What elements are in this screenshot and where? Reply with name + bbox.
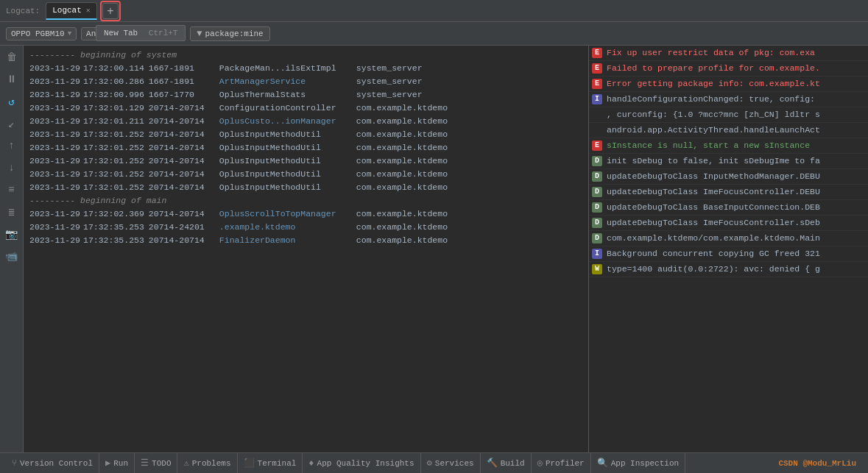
log-message: Background concurrent copying GC freed 3… xyxy=(607,247,820,260)
app-inspection-item[interactable]: 🔍 App Inspection xyxy=(591,453,685,473)
level-badge-d: D xyxy=(592,202,602,213)
profiler-item[interactable]: ◎ Profiler xyxy=(532,453,591,473)
table-row: 2023-11-29 17:32:02.369 20714-20714 Oplu… xyxy=(24,207,588,221)
main-area: 🗑 ⏸ ↺ ↙ ↑ ↓ ≡ ≣ 📷 📹 --------- beginning … xyxy=(0,46,868,452)
table-row: 2023-11-29 17:32:01.252 20714-20714 Oplu… xyxy=(24,168,588,181)
log-message: , curconfig: {1.0 ?mcc?mnc [zh_CN] ldltr… xyxy=(607,108,820,121)
level-badge-d: D xyxy=(592,171,602,182)
chevron-down-icon: ▼ xyxy=(68,30,71,38)
restart-icon[interactable]: ↺ xyxy=(4,94,19,109)
level-badge-empty xyxy=(592,125,602,135)
level-badge-d: D xyxy=(592,156,602,166)
close-tab-icon[interactable]: ✕ xyxy=(86,6,91,15)
table-row: 2023-11-29 17:32:00.286 1667-1891 ArtMan… xyxy=(24,75,588,88)
level-badge-e: E xyxy=(592,141,602,151)
log-message: android.app.ActivityThread.handleLaunchA… xyxy=(607,124,820,137)
run-label: Run xyxy=(113,459,128,468)
log-message: Failed to prepare profile for com.exampl… xyxy=(607,62,820,75)
table-row: 2023-11-29 17:32:35.253 20714-24201 .exa… xyxy=(24,221,588,234)
log-message: Error getting package info: com.example.… xyxy=(607,77,820,90)
log-message: handleConfigurationChanged: true, config… xyxy=(607,93,815,106)
build-label: Build xyxy=(501,459,525,468)
app-quality-item[interactable]: ♦ App Quality Insights xyxy=(303,453,420,473)
table-row: 2023-11-29 17:32:01.252 20714-20714 Oplu… xyxy=(24,141,588,154)
log-entry: D init sDebug to false, init sDebugIme t… xyxy=(589,154,868,169)
level-badge-d: D xyxy=(592,187,602,197)
todo-item[interactable]: ☰ TODO xyxy=(135,453,177,473)
version-control-item[interactable]: ⑂ Version Control xyxy=(6,453,99,473)
video-icon[interactable]: 📹 xyxy=(4,249,19,263)
log-message: updateDebugToClass ImeFocusController.DE… xyxy=(607,185,820,199)
log-entry: W type=1400 audit(0.0:2722): avc: denied… xyxy=(589,262,868,277)
log-message: updateDebugToClass ImeFocusController.sD… xyxy=(607,216,820,230)
separator-main: --------- beginning of main xyxy=(24,194,588,207)
log-entry: I Background concurrent copying GC freed… xyxy=(589,246,868,262)
services-icon: ⚙ xyxy=(427,458,432,469)
right-text: CSDN @Modu_MrLiu xyxy=(778,459,862,468)
tab-logcat-label: Logcat xyxy=(52,6,82,15)
clear-logcat-icon[interactable]: 🗑 xyxy=(4,50,19,65)
tab-bar: Logcat: Logcat ✕ + xyxy=(0,0,868,22)
pause-icon[interactable]: ⏸ xyxy=(4,72,19,87)
todo-icon: ☰ xyxy=(141,458,149,469)
device-selector[interactable]: OPPO PGBM10 ▼ xyxy=(6,27,77,40)
todo-label: TODO xyxy=(152,459,171,468)
log-entry: android.app.ActivityThread.handleLaunchA… xyxy=(589,123,868,138)
version-control-label: Version Control xyxy=(20,459,93,468)
build-icon: 🔨 xyxy=(487,458,498,469)
build-item[interactable]: 🔨 Build xyxy=(481,453,532,473)
status-bar: ⑂ Version Control ▶ Run ☰ TODO ⚠ Problem… xyxy=(0,452,868,473)
log-entry: E Error getting package info: com.exampl… xyxy=(589,77,868,92)
device-name: OPPO PGBM10 xyxy=(11,29,65,38)
tab-logcat[interactable]: Logcat ✕ xyxy=(46,2,97,20)
filter-list-icon[interactable]: ≡ xyxy=(4,182,19,197)
separator-system: --------- beginning of system xyxy=(24,49,588,62)
log-entry: D updateDebugToClass ImeFocusController.… xyxy=(589,185,868,200)
filter-box[interactable]: ▼ package:mine xyxy=(190,26,269,41)
format-icon[interactable]: ≣ xyxy=(4,205,19,219)
log-message: init sDebug to false, init sDebugIme to … xyxy=(607,154,820,168)
log-message: updateDebugToClass BaseInputConnection.D… xyxy=(607,201,820,214)
log-entry: D com.example.ktdemo/com.example.ktdemo.… xyxy=(589,231,868,246)
log-entry: E sInstance is null, start a new sInstan… xyxy=(589,138,868,154)
run-item[interactable]: ▶ Run xyxy=(99,453,135,473)
table-row: 2023-11-29 17:32:01.252 20714-20714 Oplu… xyxy=(24,154,588,168)
filter-icon: ▼ xyxy=(197,29,202,39)
level-badge-d: D xyxy=(592,218,602,228)
new-tab-button[interactable]: + xyxy=(102,3,119,19)
log-entry: , curconfig: {1.0 ?mcc?mnc [zh_CN] ldltr… xyxy=(589,107,868,123)
camera-icon[interactable]: 📷 xyxy=(4,227,19,241)
table-row: 2023-11-29 17:32:01.211 20714-20714 Oplu… xyxy=(24,115,588,128)
table-row: 2023-11-29 17:32:00.996 1667-1770 OplusT… xyxy=(24,88,588,102)
services-item[interactable]: ⚙ Services xyxy=(421,453,481,473)
profiler-label: Profiler xyxy=(546,459,585,468)
log-message: Fix up user restrict data of pkg: com.ex… xyxy=(607,46,815,60)
table-row: 2023-11-29 17:32:01.252 20714-20714 Oplu… xyxy=(24,128,588,141)
log-entry: D updateDebugToClass InputMethodManager.… xyxy=(589,169,868,185)
log-entry: D updateDebugToClass BaseInputConnection… xyxy=(589,200,868,216)
level-badge-e: E xyxy=(592,79,602,89)
log-message: updateDebugToClass InputMethodManager.DE… xyxy=(607,170,820,183)
services-label: Services xyxy=(435,459,474,468)
level-badge-w: W xyxy=(592,264,602,274)
log-message: com.example.ktdemo/com.example.ktdemo.Ma… xyxy=(607,232,820,245)
tooltip-text: New Tab xyxy=(104,29,138,38)
terminal-item[interactable]: ⬛ Terminal xyxy=(238,453,303,473)
terminal-label: Terminal xyxy=(258,459,297,468)
run-icon: ▶ xyxy=(105,458,110,469)
problems-item[interactable]: ⚠ Problems xyxy=(177,453,237,473)
app-inspection-icon: 🔍 xyxy=(597,458,608,469)
scroll-up-icon[interactable]: ↑ xyxy=(4,138,19,153)
scroll-down-icon[interactable]: ↓ xyxy=(4,160,19,175)
right-panel: E Fix up user restrict data of pkg: com.… xyxy=(588,46,868,452)
tab-prefix: Logcat: xyxy=(6,7,40,15)
level-badge-e: E xyxy=(592,48,602,58)
app-quality-icon: ♦ xyxy=(308,458,314,469)
log-message: sInstance is null, start a new sInstance xyxy=(607,139,810,152)
scroll-end-icon[interactable]: ↙ xyxy=(4,116,19,131)
log-area: --------- beginning of system 2023-11-29… xyxy=(24,46,588,452)
level-badge-d: D xyxy=(592,233,602,243)
level-badge-i: I xyxy=(592,249,602,259)
app-quality-label: App Quality Insights xyxy=(317,459,414,468)
left-sidebar: 🗑 ⏸ ↺ ↙ ↑ ↓ ≡ ≣ 📷 📹 xyxy=(0,46,24,452)
